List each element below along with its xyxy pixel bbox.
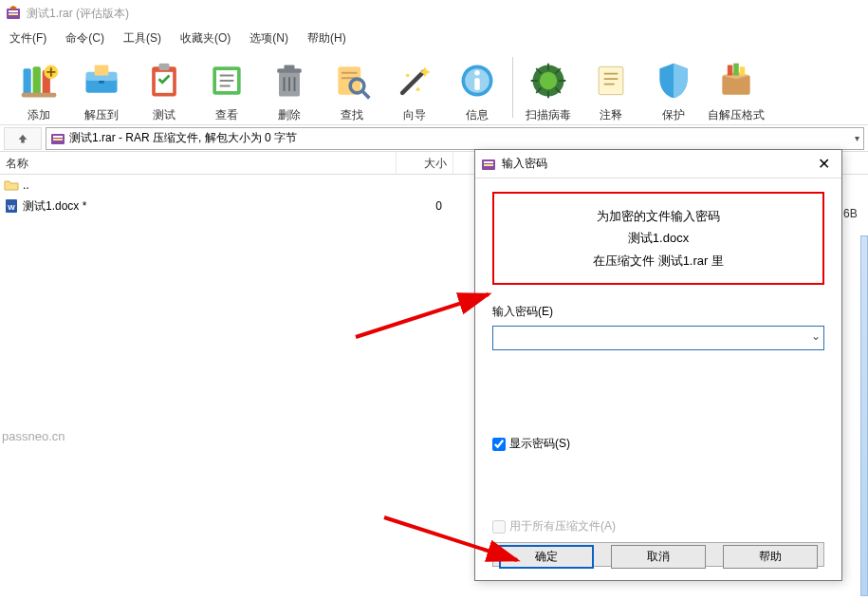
- book-view-icon: [204, 58, 249, 103]
- dialog-close-button[interactable]: ✕: [812, 155, 836, 173]
- svg-point-24: [406, 73, 410, 77]
- password-label: 输入密码(E): [492, 304, 824, 320]
- toolbar-sfx[interactable]: 自解压格式: [705, 51, 767, 123]
- svg-rect-21: [342, 71, 358, 73]
- column-name[interactable]: 名称: [0, 152, 397, 174]
- toolbar-extract-to[interactable]: 解压到: [70, 51, 133, 123]
- use-all-archives-checkbox: 用于所有压缩文件(A): [492, 518, 824, 534]
- toolbar-add[interactable]: 添加: [8, 51, 70, 123]
- show-password-check[interactable]: [492, 438, 506, 451]
- menu-help[interactable]: 帮助(H): [302, 28, 352, 48]
- password-input[interactable]: [492, 326, 824, 350]
- svg-rect-14: [159, 63, 170, 69]
- chevron-down-icon: ▾: [855, 133, 859, 143]
- search-icon: [329, 58, 375, 103]
- svg-rect-35: [733, 63, 739, 75]
- go-up-button[interactable]: [4, 127, 42, 150]
- menu-file[interactable]: 文件(F): [4, 28, 52, 48]
- svg-rect-2: [9, 13, 18, 15]
- svg-rect-39: [53, 139, 63, 141]
- menubar: 文件(F) 命令(C) 工具(S) 收藏夹(O) 选项(N) 帮助(H): [0, 27, 868, 49]
- toolbar-separator: [512, 57, 513, 118]
- archive-icon: [481, 157, 496, 172]
- toolbar-virus-scan[interactable]: 扫描病毒: [517, 51, 580, 123]
- toolbar: 添加 解压到 测试 查看 删除 查找 向导: [0, 49, 868, 125]
- note-icon: [588, 58, 634, 103]
- toolbar-find[interactable]: 查找: [321, 51, 383, 123]
- menu-favorites[interactable]: 收藏夹(O): [175, 28, 236, 48]
- info-icon: [454, 58, 500, 103]
- cancel-button[interactable]: 取消: [611, 545, 706, 569]
- toolbar-comment[interactable]: 注释: [580, 51, 642, 123]
- window-titlebar: 测试1.rar (评估版本): [0, 0, 868, 27]
- svg-rect-32: [599, 66, 623, 94]
- svg-rect-38: [53, 136, 63, 138]
- svg-point-31: [540, 71, 557, 88]
- password-prompt-box: 为加密的文件输入密码 测试1.docx 在压缩文件 测试1.rar 里: [492, 192, 824, 285]
- svg-rect-3: [24, 68, 31, 95]
- shield-icon: [651, 58, 696, 103]
- svg-rect-10: [95, 65, 109, 75]
- magic-wand-icon: [392, 58, 437, 103]
- password-dropdown-icon[interactable]: ⌄: [811, 329, 821, 343]
- toolbar-protect[interactable]: 保护: [642, 51, 705, 123]
- svg-rect-44: [484, 164, 493, 166]
- help-button[interactable]: 帮助: [723, 545, 818, 569]
- app-icon: [6, 6, 21, 21]
- books-add-icon: [16, 58, 62, 103]
- menu-options[interactable]: 选项(N): [244, 28, 294, 48]
- use-all-check: [492, 520, 506, 534]
- docx-file-icon: W: [4, 198, 19, 214]
- svg-rect-6: [22, 92, 57, 97]
- virus-icon: [526, 58, 571, 103]
- dialog-title: 输入密码: [502, 156, 812, 172]
- password-dialog: 输入密码 ✕ 为加密的文件输入密码 测试1.docx 在压缩文件 测试1.rar…: [474, 149, 842, 581]
- svg-line-45: [356, 294, 489, 337]
- path-combobox[interactable]: 测试1.rar - RAR 压缩文件, 解包大小为 0 字节 ▾: [46, 127, 864, 150]
- prompt-line-1: 为加密的文件输入密码: [502, 205, 815, 227]
- column-size[interactable]: 大小: [397, 152, 453, 174]
- archive-icon: [50, 131, 65, 146]
- right-edge-strip: [860, 235, 868, 596]
- toolbar-wizard[interactable]: 向导: [383, 51, 446, 123]
- box-sfx-icon: [713, 58, 759, 103]
- pathbar: 测试1.rar - RAR 压缩文件, 解包大小为 0 字节 ▾: [0, 125, 868, 152]
- svg-rect-19: [285, 65, 295, 69]
- svg-rect-34: [728, 65, 733, 75]
- dialog-titlebar[interactable]: 输入密码 ✕: [475, 150, 841, 178]
- cut-off-text: 6B: [843, 207, 868, 226]
- up-arrow-icon: [16, 132, 29, 145]
- svg-rect-1: [9, 10, 18, 12]
- clipboard-test-icon: [141, 58, 187, 103]
- toolbar-view[interactable]: 查看: [195, 51, 258, 123]
- ok-button[interactable]: 确定: [499, 545, 594, 569]
- prompt-line-2: 测试1.docx: [502, 227, 815, 249]
- path-text: 测试1.rar - RAR 压缩文件, 解包大小为 0 字节: [69, 130, 851, 146]
- svg-point-28: [474, 70, 480, 76]
- menu-tools[interactable]: 工具(S): [118, 28, 167, 48]
- watermark-text: passneo.cn: [2, 429, 65, 443]
- show-password-checkbox[interactable]: 显示密码(S): [492, 436, 824, 452]
- menu-command[interactable]: 命令(C): [60, 28, 110, 48]
- svg-text:W: W: [8, 203, 15, 212]
- window-title: 测试1.rar (评估版本): [27, 6, 129, 22]
- toolbar-test[interactable]: 测试: [133, 51, 195, 123]
- svg-rect-11: [99, 81, 104, 84]
- svg-rect-36: [740, 66, 746, 75]
- toolbar-info[interactable]: 信息: [446, 51, 508, 123]
- svg-rect-43: [484, 161, 493, 163]
- prompt-line-3: 在压缩文件 测试1.rar 里: [502, 250, 815, 272]
- svg-rect-29: [474, 78, 480, 90]
- svg-point-25: [416, 87, 420, 91]
- folder-up-icon: [4, 178, 19, 193]
- svg-rect-4: [33, 66, 41, 94]
- trash-icon: [267, 58, 312, 103]
- toolbar-delete[interactable]: 删除: [258, 51, 321, 123]
- drawer-extract-icon: [79, 58, 124, 103]
